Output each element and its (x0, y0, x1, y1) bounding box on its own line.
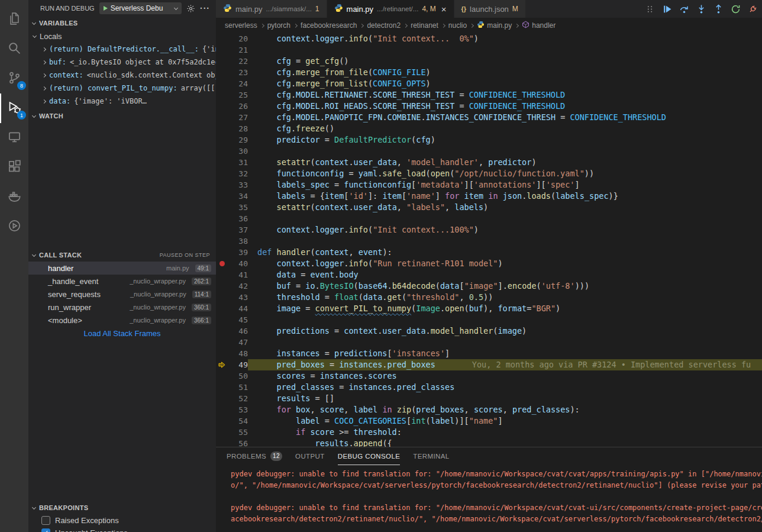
stack-frame[interactable]: run_wrapper_nuclio_wrapper.py360:1 (28, 301, 216, 314)
gutter[interactable]: 53 (216, 404, 248, 415)
load-all-stack-frames-link[interactable]: Load All Stack Frames (28, 327, 216, 340)
gutter[interactable]: 55 (216, 427, 248, 438)
code-line[interactable]: 53 for box, score, label in zip(pred_box… (216, 404, 762, 415)
stack-frame[interactable]: handlermain.py49:1 (28, 262, 216, 275)
drag-handle-icon[interactable] (644, 3, 656, 15)
code-line[interactable]: 20 context.logger.info("Init context... … (216, 33, 762, 44)
gutter[interactable]: 28 (216, 123, 248, 134)
tab-debug-console[interactable]: DEBUG CONSOLE (338, 447, 401, 465)
breadcrumb-item[interactable]: detectron2 (367, 21, 401, 30)
gutter[interactable]: 27 (216, 112, 248, 123)
code-line[interactable]: 36 (216, 213, 762, 224)
activity-item-source-control[interactable]: 8 (0, 64, 28, 93)
gutter[interactable]: 56 (216, 438, 248, 447)
disconnect-icon[interactable] (747, 3, 758, 15)
gutter[interactable]: 24 (216, 78, 248, 89)
watch-section-header[interactable]: WATCH (28, 109, 216, 122)
close-icon[interactable]: × (441, 4, 447, 14)
gutter[interactable]: 35 (216, 202, 248, 213)
gutter[interactable]: 32 (216, 168, 248, 179)
code-line[interactable]: 55 if score >= threshold: (216, 427, 762, 438)
activity-item-docker[interactable] (0, 182, 28, 212)
editor-tab[interactable]: main.py.../siammask/...1 (216, 0, 327, 18)
activity-item-run-circle[interactable] (0, 212, 28, 241)
code-line[interactable]: 41 data = event.body (216, 269, 762, 280)
gutter[interactable]: 42 (216, 280, 248, 292)
gutter[interactable]: 41 (216, 269, 248, 280)
variable-item[interactable]: buf:<_io.BytesIO object at 0x7f5a2dc1ecc… (28, 56, 216, 69)
breadcrumb-item[interactable]: pytorch (267, 21, 290, 30)
gutter[interactable]: 38 (216, 236, 248, 247)
breadcrumb-item[interactable]: handler (522, 21, 556, 30)
code-line[interactable]: 28 cfg.freeze() (216, 123, 762, 134)
gutter[interactable]: 21 (216, 44, 248, 56)
code-line[interactable]: 50 scores = instances.scores (216, 370, 762, 382)
variables-section-header[interactable]: VARIABLES (28, 17, 216, 30)
gutter[interactable]: 36 (216, 213, 248, 224)
code-line[interactable]: 52 results = [] (216, 393, 762, 404)
gutter[interactable]: 26 (216, 101, 248, 112)
variable-item[interactable]: (return) DefaultPredictor.__call__:{'ins… (28, 43, 216, 56)
code-line[interactable]: 32 functionconfig = yaml.safe_load(open(… (216, 168, 762, 179)
checkbox[interactable]: ✓ (41, 528, 50, 532)
step-over-icon[interactable] (678, 3, 690, 15)
breadcrumb-item[interactable]: retinanet (411, 21, 438, 30)
breadcrumb-item[interactable]: nuclio (448, 21, 467, 30)
code-line[interactable]: 48 instances = predictions['instances'] (216, 348, 762, 359)
gutter[interactable]: 39 (216, 247, 248, 258)
tab-problems[interactable]: PROBLEMS12 (227, 447, 282, 465)
gutter[interactable]: 43 (216, 292, 248, 303)
gutter[interactable]: 40 (216, 258, 248, 269)
code-line[interactable]: 51 pred_classes = instances.pred_classes (216, 382, 762, 393)
breakpoint-item[interactable]: ✓Uncaught Exceptions (28, 527, 216, 532)
gutter[interactable]: 51 (216, 382, 248, 393)
code-line[interactable]: 45 (216, 314, 762, 325)
code-line[interactable]: 23 cfg.merge_from_file(CONFIG_FILE) (216, 67, 762, 78)
gutter[interactable]: 25 (216, 89, 248, 101)
launch-config-select[interactable]: Serverless Debu (99, 2, 182, 14)
gutter[interactable]: 45 (216, 314, 248, 325)
gutter[interactable]: 37 (216, 224, 248, 236)
code-line[interactable]: 22 cfg = get_cfg() (216, 56, 762, 67)
code-line[interactable]: 27 cfg.MODEL.PANOPTIC_FPN.COMBINE.INSTAN… (216, 112, 762, 123)
code-line[interactable]: 33 labels_spec = functionconfig['metadat… (216, 179, 762, 191)
step-into-icon[interactable] (695, 3, 707, 15)
code-line[interactable]: 38 (216, 236, 762, 247)
scope-locals[interactable]: Locals (28, 30, 216, 43)
code-line[interactable]: 26 cfg.MODEL.ROI_HEADS.SCORE_THRESH_TEST… (216, 101, 762, 112)
variable-item[interactable]: context:<nuclio_sdk.context.Context obje… (28, 69, 216, 82)
code-line[interactable]: 54 label = COCO_CATEGORIES[int(label)]["… (216, 415, 762, 427)
editor-tab[interactable]: {}launch.jsonM (454, 0, 526, 18)
gutter[interactable]: 23 (216, 67, 248, 78)
activity-item-extensions[interactable] (0, 153, 28, 182)
code-line[interactable]: 47 (216, 337, 762, 348)
breadcrumb-item[interactable]: main.py (477, 21, 512, 30)
gutter[interactable]: 54 (216, 415, 248, 427)
gutter[interactable]: 20 (216, 33, 248, 44)
stack-frame[interactable]: serve_requests_nuclio_wrapper.py114:1 (28, 288, 216, 301)
stack-frame[interactable]: _handle_event_nuclio_wrapper.py262:1 (28, 275, 216, 288)
variable-item[interactable]: data:{'image': 'iVBOR… (28, 95, 216, 108)
code-line[interactable]: 24 cfg.merge_from_list(CONFIG_OPTS) (216, 78, 762, 89)
activity-item-run-and-debug[interactable]: 1 (0, 93, 28, 123)
code-line[interactable]: 29 predictor = DefaultPredictor(cfg) (216, 134, 762, 146)
activity-item-explorer[interactable] (0, 5, 28, 34)
checkbox[interactable] (41, 516, 50, 525)
gutter[interactable]: 29 (216, 134, 248, 146)
gutter[interactable]: 34 (216, 191, 248, 202)
gutter[interactable]: 44 (216, 303, 248, 314)
call-stack-section-header[interactable]: CALL STACK PAUSED ON STEP (28, 249, 216, 262)
code-line[interactable]: 49 pred_boxes = instances.pred_boxesYou,… (216, 359, 762, 370)
code-line[interactable]: 56 results.append({ (216, 438, 762, 447)
gutter[interactable]: 22 (216, 56, 248, 67)
step-out-icon[interactable] (712, 3, 724, 15)
gear-icon[interactable] (186, 4, 195, 13)
breadcrumb-item[interactable]: serverless (225, 21, 257, 30)
editor-tab[interactable]: main.py.../retinanet/...4, M× (327, 0, 454, 18)
gutter[interactable]: 48 (216, 348, 248, 359)
code-line[interactable]: 40 context.logger.info("Run retinanet-R1… (216, 258, 762, 269)
code-line[interactable]: 21 (216, 44, 762, 56)
code-line[interactable]: 46 predictions = context.user_data.model… (216, 325, 762, 337)
code-line[interactable]: 44 image = convert_PIL_to_numpy(Image.op… (216, 303, 762, 314)
activity-item-search[interactable] (0, 34, 28, 64)
